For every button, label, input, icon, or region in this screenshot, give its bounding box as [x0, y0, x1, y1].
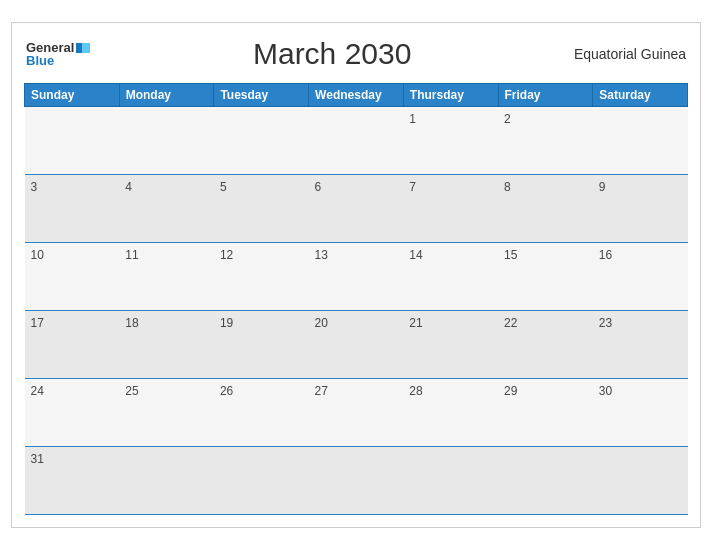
- calendar-cell: 13: [309, 243, 404, 311]
- day-number: 21: [409, 316, 422, 330]
- calendar-title: March 2030: [90, 37, 574, 71]
- day-number: 29: [504, 384, 517, 398]
- calendar-cell: 19: [214, 311, 309, 379]
- calendar-cell: [214, 107, 309, 175]
- logo: General Blue: [26, 41, 90, 67]
- day-number: 30: [599, 384, 612, 398]
- calendar-cell: 4: [119, 175, 214, 243]
- calendar-week-row: 12: [25, 107, 688, 175]
- calendar-week-row: 10111213141516: [25, 243, 688, 311]
- day-number: 28: [409, 384, 422, 398]
- calendar-cell: 23: [593, 311, 688, 379]
- calendar-cell: 10: [25, 243, 120, 311]
- day-number: 20: [315, 316, 328, 330]
- day-number: 15: [504, 248, 517, 262]
- weekday-header-friday: Friday: [498, 84, 593, 107]
- calendar-week-row: 17181920212223: [25, 311, 688, 379]
- weekday-header-monday: Monday: [119, 84, 214, 107]
- day-number: 19: [220, 316, 233, 330]
- day-number: 24: [31, 384, 44, 398]
- day-number: 4: [125, 180, 132, 194]
- calendar-cell: 26: [214, 379, 309, 447]
- day-number: 11: [125, 248, 138, 262]
- calendar-cell: [309, 107, 404, 175]
- calendar-cell: 11: [119, 243, 214, 311]
- weekday-header-sunday: Sunday: [25, 84, 120, 107]
- calendar-cell: 3: [25, 175, 120, 243]
- calendar-cell: [593, 107, 688, 175]
- calendar-header: General Blue March 2030 Equatorial Guine…: [24, 33, 688, 75]
- day-number: 9: [599, 180, 606, 194]
- calendar-cell: 28: [403, 379, 498, 447]
- day-number: 23: [599, 316, 612, 330]
- weekday-header-row: SundayMondayTuesdayWednesdayThursdayFrid…: [25, 84, 688, 107]
- weekday-header-thursday: Thursday: [403, 84, 498, 107]
- calendar-cell: 12: [214, 243, 309, 311]
- day-number: 27: [315, 384, 328, 398]
- calendar-cell: 5: [214, 175, 309, 243]
- calendar-cell: [593, 447, 688, 515]
- calendar-cell: 1: [403, 107, 498, 175]
- day-number: 2: [504, 112, 511, 126]
- day-number: 31: [31, 452, 44, 466]
- day-number: 5: [220, 180, 227, 194]
- calendar-week-row: 31: [25, 447, 688, 515]
- day-number: 16: [599, 248, 612, 262]
- calendar-cell: 8: [498, 175, 593, 243]
- day-number: 22: [504, 316, 517, 330]
- calendar-cell: 29: [498, 379, 593, 447]
- logo-blue-text: Blue: [26, 54, 90, 67]
- day-number: 10: [31, 248, 44, 262]
- calendar-cell: 2: [498, 107, 593, 175]
- calendar-cell: 25: [119, 379, 214, 447]
- calendar-cell: 6: [309, 175, 404, 243]
- country-label: Equatorial Guinea: [574, 46, 686, 62]
- calendar-cell: [25, 107, 120, 175]
- calendar-cell: 16: [593, 243, 688, 311]
- weekday-header-tuesday: Tuesday: [214, 84, 309, 107]
- day-number: 1: [409, 112, 416, 126]
- calendar-cell: 18: [119, 311, 214, 379]
- calendar-cell: [214, 447, 309, 515]
- calendar-cell: 17: [25, 311, 120, 379]
- weekday-header-saturday: Saturday: [593, 84, 688, 107]
- calendar-cell: 21: [403, 311, 498, 379]
- day-number: 26: [220, 384, 233, 398]
- day-number: 17: [31, 316, 44, 330]
- calendar-cell: 9: [593, 175, 688, 243]
- day-number: 6: [315, 180, 322, 194]
- logo-flag-icon: [76, 43, 90, 53]
- calendar-cell: 7: [403, 175, 498, 243]
- day-number: 18: [125, 316, 138, 330]
- day-number: 3: [31, 180, 38, 194]
- calendar-cell: 24: [25, 379, 120, 447]
- day-number: 8: [504, 180, 511, 194]
- calendar-cell: 30: [593, 379, 688, 447]
- calendar-cell: 27: [309, 379, 404, 447]
- day-number: 13: [315, 248, 328, 262]
- calendar-cell: 15: [498, 243, 593, 311]
- calendar-grid: SundayMondayTuesdayWednesdayThursdayFrid…: [24, 83, 688, 515]
- calendar-container: General Blue March 2030 Equatorial Guine…: [11, 22, 701, 528]
- day-number: 7: [409, 180, 416, 194]
- calendar-cell: [119, 107, 214, 175]
- calendar-cell: [309, 447, 404, 515]
- day-number: 12: [220, 248, 233, 262]
- calendar-week-row: 24252627282930: [25, 379, 688, 447]
- calendar-week-row: 3456789: [25, 175, 688, 243]
- calendar-cell: [119, 447, 214, 515]
- weekday-header-wednesday: Wednesday: [309, 84, 404, 107]
- calendar-cell: 20: [309, 311, 404, 379]
- calendar-cell: [403, 447, 498, 515]
- calendar-cell: 14: [403, 243, 498, 311]
- calendar-cell: 22: [498, 311, 593, 379]
- day-number: 25: [125, 384, 138, 398]
- calendar-cell: [498, 447, 593, 515]
- day-number: 14: [409, 248, 422, 262]
- calendar-cell: 31: [25, 447, 120, 515]
